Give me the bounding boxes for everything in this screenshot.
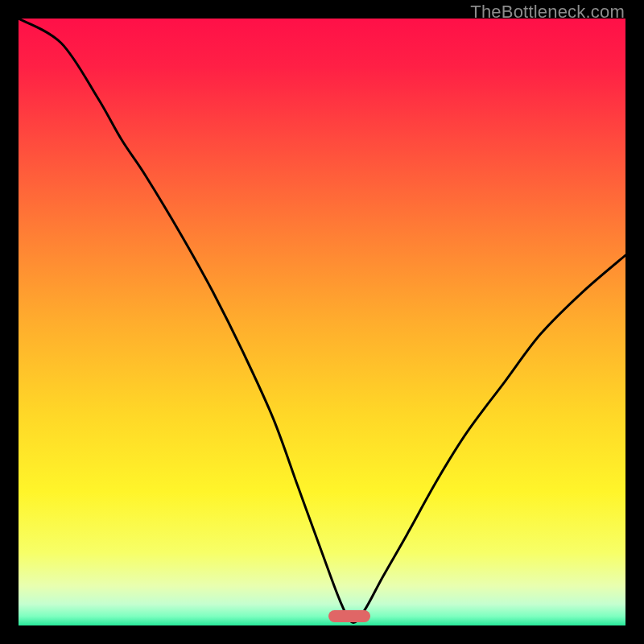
bottleneck-curve bbox=[19, 19, 625, 625]
optimal-marker bbox=[328, 610, 370, 622]
chart-container: TheBottleneck.com bbox=[0, 0, 644, 644]
plot-area bbox=[19, 19, 625, 625]
